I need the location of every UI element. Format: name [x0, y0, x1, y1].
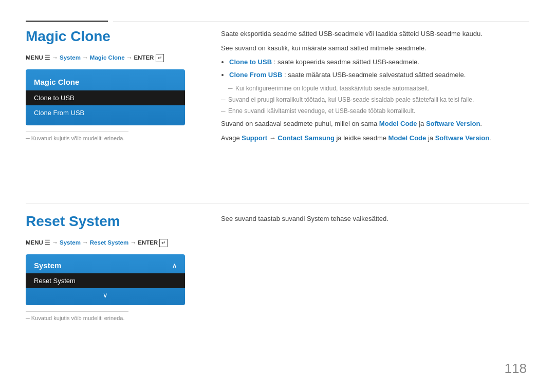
- magic-clone-desc-line1: Saate eksportida seadme sätted USB-seadm…: [221, 28, 529, 40]
- magic-clone-title: Magic Clone: [26, 28, 206, 45]
- software-version-1: Software Version: [426, 120, 480, 127]
- system-menu-title: System: [34, 261, 61, 270]
- magic-clone-left: Magic Clone MENU ☰ → System → Magic Clon…: [26, 28, 206, 141]
- reset-system-divider: [26, 311, 128, 312]
- menu-label: MENU: [26, 54, 43, 61]
- clone-from-usb-bold: Clone From USB: [229, 71, 282, 79]
- software-version-2: Software Version: [435, 134, 489, 142]
- reset-section-left: Reset System MENU ☰ → System → Reset Sys…: [26, 213, 206, 321]
- page-container: Magic Clone MENU ☰ → System → Magic Clon…: [0, 0, 555, 392]
- clone-to-usb-item[interactable]: Clone to USB: [26, 90, 185, 105]
- reset-enter-word: ENTER: [138, 239, 158, 246]
- magic-clone-image-note: Kuvatud kujutis võib mudeliti erineda.: [26, 135, 206, 141]
- reset-section-right: See suvand taastab suvandi System tehase…: [221, 213, 529, 228]
- menu-icon: ☰: [45, 54, 52, 61]
- reset-arrow1: →: [52, 239, 60, 246]
- clone-to-usb-bold: Clone to USB: [229, 58, 272, 66]
- reset-system-item[interactable]: Reset System: [26, 273, 185, 288]
- highlight-line-2: Avage Support → Contact Samsung ja leidk…: [221, 133, 529, 144]
- clone-from-usb-rest: : saate määrata USB-seadmele salvestatud…: [284, 71, 466, 79]
- reset-system-menu-path: MENU ☰ → System → Reset System → ENTER ↵: [26, 239, 206, 247]
- magic-clone-word: Magic Clone: [90, 54, 125, 61]
- reset-system-desc: See suvand taastab suvandi System tehase…: [221, 213, 529, 225]
- reset-system-title: Reset System: [26, 213, 206, 230]
- page-number: 118: [505, 361, 527, 377]
- arrow3: →: [126, 54, 134, 61]
- reset-menu-label: MENU: [26, 239, 43, 246]
- magic-clone-right: Saate eksportida seadme sätted USB-seadm…: [221, 28, 529, 147]
- system-menu-box: System ∧ Reset System ∨: [26, 254, 185, 305]
- contact-samsung-word: Contact Samsung: [278, 134, 335, 142]
- system-word: System: [60, 54, 81, 61]
- model-code-2: Model Code: [388, 134, 427, 142]
- magic-clone-desc-line2: See suvand on kasulik, kui määrate samad…: [221, 43, 529, 54]
- menu-box-title: Magic Clone: [26, 74, 185, 90]
- dash-item-1: Suvand ei pruugi korralikult töötada, ku…: [221, 95, 529, 105]
- arrow-up-icon: ∧: [172, 262, 177, 269]
- arrow2: →: [82, 54, 90, 61]
- clone-from-usb-item[interactable]: Clone From USB: [26, 105, 185, 120]
- reset-system-image-note: Kuvatud kujutis võib mudeliti erineda.: [26, 315, 206, 321]
- highlight-line-1: Suvand on saadaval seadmete puhul, mille…: [221, 118, 529, 129]
- reset-arrow3: →: [130, 239, 138, 246]
- reset-system-word: System: [60, 239, 81, 246]
- reset-arrow2: →: [82, 239, 90, 246]
- magic-clone-bullets: Clone to USB : saate kopeerida seadme sä…: [229, 57, 529, 81]
- section-divider: [26, 203, 529, 203]
- magic-clone-menu-box: Magic Clone Clone to USB Clone From USB: [26, 69, 185, 125]
- magic-clone-menu-path: MENU ☰ → System → Magic Clone → ENTER ↵: [26, 54, 206, 62]
- reset-menu-icon: ☰: [45, 239, 52, 246]
- reset-enter-icon: ↵: [159, 239, 168, 247]
- sub-dash-item: Kui konfigureerimine on lõpule viidud, t…: [221, 84, 529, 94]
- enter-icon: ↵: [156, 54, 164, 62]
- bullet-clone-to-usb: Clone to USB : saate kopeerida seadme sä…: [229, 57, 529, 68]
- bullet-clone-from-usb: Clone From USB : saate määrata USB-seadm…: [229, 70, 529, 81]
- arrow1: →: [52, 54, 60, 61]
- system-menu-header: System ∧: [26, 257, 185, 273]
- reset-reset-word: Reset System: [90, 239, 128, 246]
- top-border-right: [113, 22, 529, 22]
- magic-clone-divider: [26, 132, 128, 132]
- top-border-left: [26, 21, 108, 22]
- support-word: Support: [242, 134, 267, 142]
- arrow-down-icon: ∨: [103, 291, 108, 299]
- model-code-1: Model Code: [379, 120, 417, 127]
- clone-to-usb-rest: : saate kopeerida seadme sätted USB-sead…: [274, 58, 419, 66]
- enter-word: ENTER: [134, 54, 154, 61]
- dash-item-2: Enne suvandi käivitamist veenduge, et US…: [221, 106, 529, 116]
